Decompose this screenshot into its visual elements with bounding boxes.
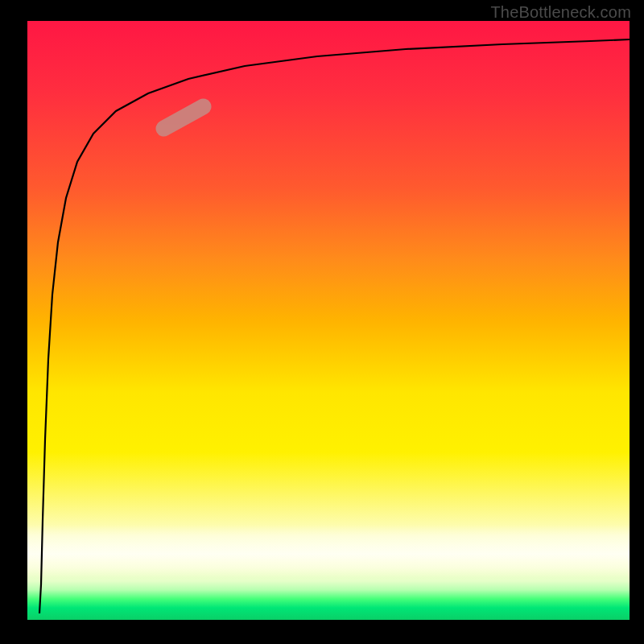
chart-frame: TheBottleneck.com (0, 0, 644, 644)
curve-svg (27, 21, 630, 620)
attribution-text: TheBottleneck.com (490, 3, 631, 22)
bottleneck-curve (39, 39, 630, 613)
